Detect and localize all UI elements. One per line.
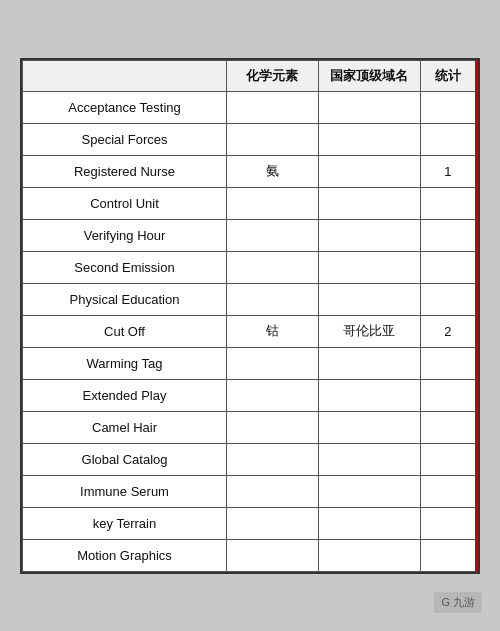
cell-count bbox=[420, 219, 476, 251]
cell-chem bbox=[227, 123, 319, 155]
table-container: 化学元素 国家顶级域名 统计 Acceptance TestingSpecial… bbox=[20, 58, 480, 574]
cell-chem: 钴 bbox=[227, 315, 319, 347]
table-row: Cut Off钴哥伦比亚2 bbox=[23, 315, 477, 347]
cell-label: Warming Tag bbox=[23, 347, 227, 379]
cell-chem bbox=[227, 411, 319, 443]
watermark: G 九游 bbox=[434, 592, 482, 613]
cell-count bbox=[420, 187, 476, 219]
data-table: 化学元素 国家顶级域名 统计 Acceptance TestingSpecial… bbox=[22, 60, 478, 572]
cell-count: 2 bbox=[420, 315, 476, 347]
cell-domain bbox=[318, 251, 420, 283]
cell-chem bbox=[227, 251, 319, 283]
cell-label: key Terrain bbox=[23, 507, 227, 539]
cell-count: 1 bbox=[420, 155, 476, 187]
cell-domain bbox=[318, 187, 420, 219]
cell-domain bbox=[318, 91, 420, 123]
cell-chem bbox=[227, 283, 319, 315]
header-label bbox=[23, 60, 227, 91]
cell-label: Acceptance Testing bbox=[23, 91, 227, 123]
header-chem: 化学元素 bbox=[227, 60, 319, 91]
cell-label: Control Unit bbox=[23, 187, 227, 219]
cell-label: Extended Play bbox=[23, 379, 227, 411]
table-row: Acceptance Testing bbox=[23, 91, 477, 123]
cell-label: Immune Serum bbox=[23, 475, 227, 507]
cell-count bbox=[420, 443, 476, 475]
table-row: Camel Hair bbox=[23, 411, 477, 443]
header-count: 统计 bbox=[420, 60, 476, 91]
cell-count bbox=[420, 379, 476, 411]
cell-chem: 氨 bbox=[227, 155, 319, 187]
cell-count bbox=[420, 91, 476, 123]
cell-domain bbox=[318, 219, 420, 251]
cell-chem bbox=[227, 347, 319, 379]
cell-count bbox=[420, 283, 476, 315]
cell-domain bbox=[318, 123, 420, 155]
cell-label: Registered Nurse bbox=[23, 155, 227, 187]
table-header-row: 化学元素 国家顶级域名 统计 bbox=[23, 60, 477, 91]
cell-label: Verifying Hour bbox=[23, 219, 227, 251]
table-row: Physical Education bbox=[23, 283, 477, 315]
table-row: Second Emission bbox=[23, 251, 477, 283]
cell-domain bbox=[318, 379, 420, 411]
table-row: key Terrain bbox=[23, 507, 477, 539]
cell-chem bbox=[227, 187, 319, 219]
table-row: Control Unit bbox=[23, 187, 477, 219]
cell-domain bbox=[318, 507, 420, 539]
cell-domain: 哥伦比亚 bbox=[318, 315, 420, 347]
table-row: Global Catalog bbox=[23, 443, 477, 475]
cell-label: Global Catalog bbox=[23, 443, 227, 475]
cell-domain bbox=[318, 155, 420, 187]
cell-chem bbox=[227, 475, 319, 507]
cell-label: Cut Off bbox=[23, 315, 227, 347]
cell-chem bbox=[227, 379, 319, 411]
cell-domain bbox=[318, 347, 420, 379]
cell-count bbox=[420, 411, 476, 443]
cell-domain bbox=[318, 443, 420, 475]
cell-count bbox=[420, 347, 476, 379]
cell-count bbox=[420, 123, 476, 155]
cell-domain bbox=[318, 539, 420, 571]
cell-label: Camel Hair bbox=[23, 411, 227, 443]
cell-label: Physical Education bbox=[23, 283, 227, 315]
cell-label: Motion Graphics bbox=[23, 539, 227, 571]
table-body: Acceptance TestingSpecial ForcesRegister… bbox=[23, 91, 477, 571]
cell-count bbox=[420, 507, 476, 539]
cell-domain bbox=[318, 475, 420, 507]
cell-chem bbox=[227, 507, 319, 539]
cell-count bbox=[420, 251, 476, 283]
cell-label: Second Emission bbox=[23, 251, 227, 283]
table-row: Registered Nurse氨1 bbox=[23, 155, 477, 187]
table-row: Motion Graphics bbox=[23, 539, 477, 571]
cell-domain bbox=[318, 411, 420, 443]
table-row: Extended Play bbox=[23, 379, 477, 411]
header-domain: 国家顶级域名 bbox=[318, 60, 420, 91]
cell-count bbox=[420, 539, 476, 571]
table-row: Verifying Hour bbox=[23, 219, 477, 251]
cell-chem bbox=[227, 443, 319, 475]
table-row: Warming Tag bbox=[23, 347, 477, 379]
cell-chem bbox=[227, 91, 319, 123]
table-row: Special Forces bbox=[23, 123, 477, 155]
cell-domain bbox=[318, 283, 420, 315]
cell-count bbox=[420, 475, 476, 507]
table-row: Immune Serum bbox=[23, 475, 477, 507]
cell-chem bbox=[227, 539, 319, 571]
page-wrapper: 化学元素 国家顶级域名 统计 Acceptance TestingSpecial… bbox=[0, 0, 500, 631]
cell-label: Special Forces bbox=[23, 123, 227, 155]
cell-chem bbox=[227, 219, 319, 251]
